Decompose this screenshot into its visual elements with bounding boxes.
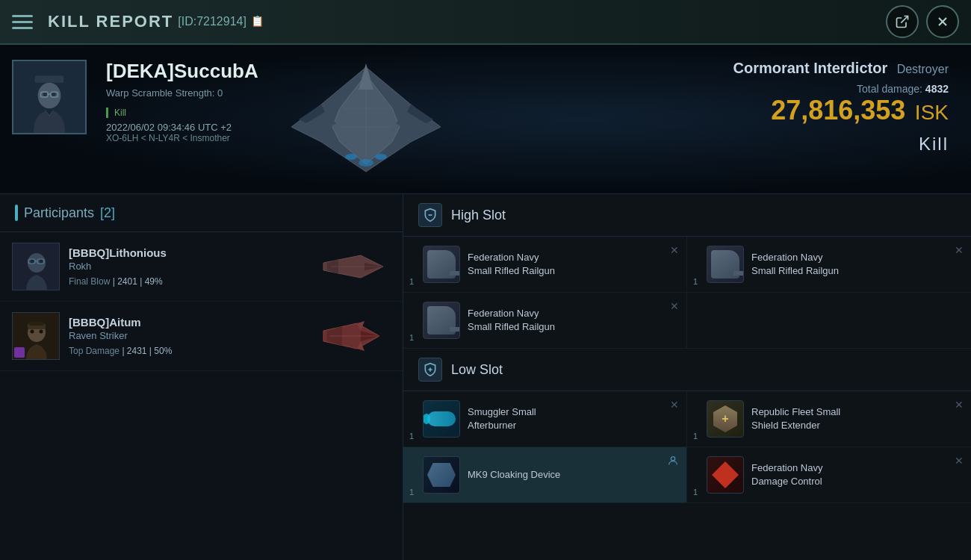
isk-label: ISK: [915, 101, 949, 124]
close-button[interactable]: [926, 5, 959, 38]
svg-point-6: [38, 83, 61, 109]
participant-stats: Final Blow | 2401 | 49%: [69, 276, 307, 287]
high-slot-item: 1 Federation NavySmall Rifled Railgun ✕: [403, 237, 687, 293]
svg-point-39: [31, 330, 34, 334]
svg-line-0: [901, 16, 908, 23]
slots-panel: High Slot 1 Federation NavySmall Rifled …: [403, 194, 971, 560]
hero-player-info: [DEKA]SuccubA Warp Scramble Strength: 0 …: [99, 45, 266, 193]
svg-point-28: [31, 260, 34, 264]
ship-name: Cormorant Interdictor: [733, 60, 888, 76]
svg-point-29: [40, 260, 43, 264]
player-name: [DEKA]SuccubA: [106, 60, 258, 83]
svg-rect-42: [29, 322, 44, 326]
title-bar: KILL REPORT [ID:7212914] 📋: [0, 0, 971, 45]
kill-label: Kill: [733, 134, 949, 155]
high-slot-item-empty: [687, 293, 971, 349]
low-slot-item: 1 Federation NavyDamage Control ✕: [687, 447, 971, 503]
total-damage-label: Total damage:: [857, 83, 922, 95]
participant-ship: Rokh: [69, 261, 307, 272]
participant-stats: Top Damage | 2431 | 50%: [69, 346, 307, 356]
participant-info: [BBBQ]Aitum Raven Striker Top Damage | 2…: [60, 316, 316, 356]
low-slot-item: 1 Republic Fleet SmallShield Extender ✕: [687, 391, 971, 447]
participant-ship: Raven Striker: [69, 330, 307, 341]
remove-item-button[interactable]: ✕: [670, 300, 679, 312]
svg-point-22: [375, 154, 387, 160]
high-slot-header: High Slot: [403, 194, 971, 237]
item-icon: [423, 400, 460, 438]
low-slot-icon: [418, 358, 442, 382]
high-slot-icon: [418, 203, 442, 227]
ship-image: [261, 52, 471, 187]
total-damage-value: 4832: [925, 83, 949, 95]
svg-point-27: [28, 253, 46, 273]
main-content: Participants [2] [BBBQ]Lithoniou: [0, 194, 971, 560]
participant-ship-image: [316, 317, 391, 355]
item-name: Federation NavySmall Rifled Railgun: [468, 307, 674, 334]
report-id: [ID:7212914]: [178, 15, 246, 28]
isk-value: 27,816,353: [771, 95, 905, 125]
high-slot-items: 1 Federation NavySmall Rifled Railgun ✕ …: [403, 237, 971, 349]
page-title: KILL REPORT: [48, 12, 173, 31]
item-icon: [423, 302, 460, 339]
svg-point-52: [671, 457, 674, 461]
pilot-icon: [667, 455, 679, 469]
svg-point-8: [52, 92, 56, 96]
header-accent: [15, 205, 18, 221]
participant-row[interactable]: [BBBQ]Lithonious Rokh Final Blow | 2401 …: [0, 232, 403, 302]
remove-item-button[interactable]: ✕: [955, 244, 964, 256]
high-slot-section: High Slot 1 Federation NavySmall Rifled …: [403, 194, 971, 349]
role-badge: [14, 347, 25, 358]
item-name: Republic Fleet SmallShield Extender: [751, 405, 959, 432]
item-name: Smuggler SmallAfterburner: [468, 405, 674, 432]
high-slot-title: High Slot: [451, 208, 506, 223]
copy-icon[interactable]: 📋: [251, 15, 264, 28]
kill-badge: Kill: [106, 108, 126, 118]
participant-name: [BBBQ]Aitum: [69, 316, 307, 329]
remove-item-button[interactable]: ✕: [670, 244, 679, 256]
hero-ship-stats: Cormorant Interdictor Destroyer Total da…: [733, 60, 949, 155]
low-slot-item-highlighted: 1 MK9 Cloaking Device: [403, 447, 687, 503]
hero-section: [DEKA]SuccubA Warp Scramble Strength: 0 …: [0, 45, 971, 194]
svg-point-7: [43, 92, 47, 96]
participant-avatar: [12, 312, 60, 360]
warp-scramble: Warp Scramble Strength: 0: [106, 87, 258, 99]
participants-count: [2]: [100, 205, 115, 221]
item-name: MK9 Cloaking Device: [468, 468, 674, 482]
participants-header: Participants [2]: [0, 194, 403, 232]
svg-point-21: [359, 159, 373, 167]
participants-panel: Participants [2] [BBBQ]Lithoniou: [0, 194, 403, 560]
participants-label: Participants: [24, 205, 94, 221]
svg-point-20: [345, 154, 357, 160]
kill-location: XO-6LH < N-LY4R < Insmother: [106, 133, 258, 143]
low-slot-title: Low Slot: [451, 362, 503, 378]
remove-item-button[interactable]: ✕: [955, 455, 964, 467]
item-icon: [707, 456, 744, 494]
item-icon: [707, 246, 744, 283]
high-slot-item: 1 Federation NavySmall Rifled Railgun ✕: [687, 237, 971, 293]
low-slot-items: 1 Smuggler SmallAfterburner ✕ 1 Republic…: [403, 391, 971, 503]
low-slot-header: Low Slot: [403, 349, 971, 391]
ship-type: Destroyer: [897, 63, 949, 75]
svg-point-40: [40, 330, 43, 334]
participant-avatar: [12, 243, 60, 290]
item-name: Federation NavySmall Rifled Railgun: [468, 251, 674, 278]
low-slot-section: Low Slot 1 Smuggler SmallAfterburner ✕ 1: [403, 349, 971, 503]
remove-item-button[interactable]: ✕: [670, 399, 679, 411]
participant-info: [BBBQ]Lithonious Rokh Final Blow | 2401 …: [60, 246, 316, 287]
item-icon: [707, 400, 744, 438]
avatar: [12, 60, 87, 134]
low-slot-item: 1 Smuggler SmallAfterburner ✕: [403, 391, 687, 447]
participant-row[interactable]: [BBBQ]Aitum Raven Striker Top Damage | 2…: [0, 302, 403, 371]
item-name: Federation NavySmall Rifled Railgun: [751, 251, 959, 278]
item-icon: [423, 246, 460, 283]
high-slot-item: 1 Federation NavySmall Rifled Railgun ✕: [403, 293, 687, 349]
menu-button[interactable]: [12, 8, 39, 35]
item-icon: [423, 456, 460, 494]
participant-name: [BBBQ]Lithonious: [69, 246, 307, 259]
remove-item-button[interactable]: ✕: [955, 399, 964, 411]
export-button[interactable]: [886, 5, 919, 38]
kill-date: 2022/06/02 09:34:46 UTC +2: [106, 122, 258, 133]
item-name: Federation NavyDamage Control: [751, 461, 959, 488]
participant-ship-image: [316, 248, 391, 285]
